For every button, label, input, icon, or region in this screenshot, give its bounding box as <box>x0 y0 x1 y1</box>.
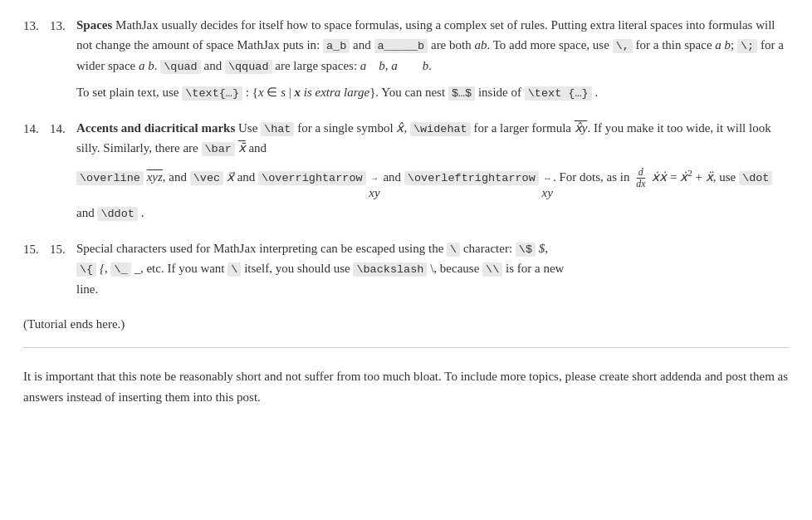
code-a-spaces-b: a_____b <box>374 39 428 53</box>
item-14-content: Accents and diacritical marks Use \hat f… <box>76 118 789 223</box>
list-item-14: 14. Accents and diacritical marks Use \h… <box>23 118 789 223</box>
code-hat: \hat <box>261 122 294 136</box>
math-overrightarrow-xy: →xy <box>369 174 379 203</box>
code-backslash-comma: \, <box>613 39 633 53</box>
code-double-backslash: \\ <box>482 262 502 277</box>
code-widehat: \widehat <box>410 122 471 136</box>
math-set: x <box>258 86 264 99</box>
note-text: It is important that this note be reason… <box>23 366 789 408</box>
item-13-para-1: Spaces MathJax usually decides for itsel… <box>76 15 789 76</box>
code-overleftrightarrow: \overleftrightarrow <box>404 171 539 185</box>
code-backslash: \ <box>447 243 460 257</box>
section-divider <box>23 347 789 348</box>
math-overline-xyz: xyz <box>147 170 163 184</box>
list-item-15: 15. Special characters used for MathJax … <box>23 238 789 299</box>
code-ddot: \ddot <box>97 207 138 221</box>
code-bs-underscore: \_ <box>110 262 130 277</box>
code-bar: \bar <box>202 142 235 156</box>
math-vec-x: x⃗ <box>227 170 234 184</box>
math-dollar: $ <box>539 242 545 255</box>
math-sup-2: 2 <box>687 168 692 178</box>
math-a-thin-b: a b <box>715 38 731 52</box>
note-section: It is important that this note be reason… <box>23 361 789 408</box>
item-number-15: 15. <box>50 238 76 259</box>
code-qquad: \qquad <box>225 60 272 74</box>
math-bar-x: x̄ <box>238 141 246 155</box>
code-text-cmd: \text{…} <box>182 86 242 101</box>
code-overline: \overline <box>76 171 144 185</box>
math-ab: ab <box>474 38 487 52</box>
code-dot: \dot <box>739 171 772 185</box>
math-x-large: x is extra large <box>294 86 369 99</box>
code-bs-dollar: \$ <box>516 243 536 257</box>
code-vec: \vec <box>190 171 223 185</box>
math-xdot2: ẋ <box>680 170 687 184</box>
item-number-14: 14. <box>50 118 76 139</box>
math-overleftrightarrow-xy: ↔xy <box>542 174 553 203</box>
math-a-wider-b: a b <box>139 59 154 72</box>
item-14-title: Accents and diacritical marks <box>76 121 235 135</box>
math-a-qquad-b: a b <box>391 59 428 72</box>
item-number-13: 13. <box>50 15 76 36</box>
math-xdot-eq: ẋẋ <box>652 170 667 184</box>
code-a-b: a_b <box>323 39 350 53</box>
math-xddot: ẍ <box>706 170 713 184</box>
item-13-title: Spaces <box>76 18 112 32</box>
item-13-para-2: To set plain text, use \text{…} : {x ∈ s… <box>76 82 789 103</box>
item-15-content: Special characters used for MathJax inte… <box>76 238 789 299</box>
math-a-quad-b: a b <box>360 59 385 72</box>
math-frac-dx: ddx <box>634 167 647 189</box>
item-14-para-1: Accents and diacritical marks Use \hat f… <box>76 118 789 159</box>
item-14-para-2: \overline xyz, and \vec x⃗ and \overrigh… <box>76 165 789 223</box>
list-item-13: 13. Spaces MathJax usually decides for i… <box>23 15 789 103</box>
math-widehat-xy: x̂y <box>575 121 588 135</box>
math-hat-x: x̂ <box>396 121 404 135</box>
item-15-para-1: Special characters used for MathJax inte… <box>76 238 789 299</box>
code-backslash-semi: \; <box>737 39 757 53</box>
item-13-content: Spaces MathJax usually decides for itsel… <box>76 15 789 103</box>
code-backslash-itself: \backslash <box>353 262 427 277</box>
code-bs-brace: \{ <box>76 262 96 277</box>
code-dollars: $…$ <box>448 86 475 101</box>
math-s: s <box>281 86 286 99</box>
math-brace: { <box>100 262 105 275</box>
code-quad: \quad <box>160 60 201 74</box>
math-backslash-result: \ <box>430 262 433 275</box>
code-backslash2: \ <box>227 262 241 277</box>
tutorial-end: (Tutorial ends here.) <box>23 314 789 334</box>
code-overrightarrow: \overrightarrow <box>258 171 366 185</box>
code-text2: \text {…} <box>525 86 592 101</box>
